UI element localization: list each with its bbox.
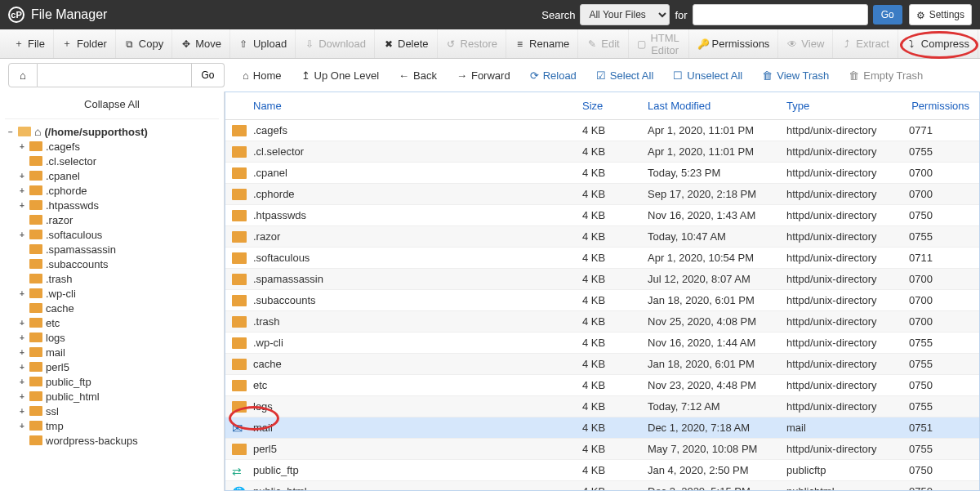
table-row[interactable]: .softaculous4 KBApr 1, 2020, 10:54 PMhtt…	[225, 248, 979, 269]
table-row[interactable]: .cl.selector4 KBApr 1, 2020, 11:01 PMhtt…	[225, 141, 979, 163]
table-row[interactable]: cache4 KBJan 18, 2020, 6:01 PMhttpd/unix…	[225, 354, 979, 375]
table-row[interactable]: .cpanel4 KBToday, 5:23 PMhttpd/unix-dire…	[225, 163, 979, 184]
sidebar-item[interactable]: +.htpasswds	[5, 198, 219, 212]
rename-button[interactable]: ≡Rename	[506, 29, 578, 58]
folder-icon	[232, 295, 247, 306]
sidebar-item[interactable]: +etc	[5, 315, 219, 330]
table-row[interactable]: .wp-cli4 KBNov 16, 2020, 1:44 AMhttpd/un…	[225, 333, 979, 354]
table-row[interactable]: perl54 KBMay 7, 2020, 10:08 PMhttpd/unix…	[225, 439, 979, 460]
folder-icon	[232, 401, 247, 413]
sidebar-item[interactable]: .razor	[5, 212, 219, 227]
search-scope-select[interactable]: All Your Files	[580, 4, 670, 25]
col-permissions[interactable]: Permissions	[902, 100, 979, 112]
home-icon: ⌂	[243, 69, 249, 82]
upload-icon: ⇧	[238, 38, 249, 50]
eye-icon: 👁	[786, 38, 797, 50]
edit-button[interactable]: ✎Edit	[578, 29, 628, 58]
html-editor-button[interactable]: ▢HTML Editor	[629, 29, 689, 58]
view-button[interactable]: 👁View	[778, 29, 833, 58]
sidebar-item[interactable]: +.wp-cli	[5, 286, 219, 301]
unselect-all-button[interactable]: ☐Unselect All	[663, 63, 752, 87]
rename-icon: ≡	[514, 38, 525, 50]
home-icon	[34, 125, 44, 138]
col-type[interactable]: Type	[780, 100, 902, 112]
for-label: for	[675, 9, 687, 21]
folder-icon	[29, 244, 42, 254]
compress-button[interactable]: ⤵Compress	[898, 29, 978, 58]
back-button[interactable]: ←Back	[389, 63, 447, 87]
table-row[interactable]: mail4 KBDec 1, 2020, 7:18 AMmail0751	[225, 417, 979, 439]
table-row[interactable]: logs4 KBToday, 7:12 AMhttpd/unix-directo…	[225, 396, 979, 417]
col-size[interactable]: Size	[576, 100, 641, 112]
path-go-button[interactable]: Go	[192, 63, 225, 87]
table-row[interactable]: .cagefs4 KBApr 1, 2020, 11:01 PMhttpd/un…	[225, 120, 979, 141]
delete-button[interactable]: ✖Delete	[375, 29, 438, 58]
table-row[interactable]: etc4 KBNov 23, 2020, 4:48 PMhttpd/unix-d…	[225, 375, 979, 396]
upload-button[interactable]: ⇧Upload	[230, 29, 296, 58]
folder-icon	[29, 406, 42, 416]
table-row[interactable]: .subaccounts4 KBJan 18, 2020, 6:01 PMhtt…	[225, 290, 979, 311]
table-row[interactable]: .trash4 KBNov 25, 2020, 4:08 PMhttpd/uni…	[225, 311, 979, 333]
table-row[interactable]: .cphorde4 KBSep 17, 2020, 2:18 PMhttpd/u…	[225, 184, 979, 205]
sidebar-item[interactable]: +mail	[5, 345, 219, 359]
sidebar-item[interactable]: +public_html	[5, 389, 219, 404]
view-trash-button[interactable]: 🗑View Trash	[752, 63, 839, 87]
header-bar: cP File Manager Search All Your Files fo…	[0, 0, 980, 29]
download-button[interactable]: ⇩Download	[296, 29, 375, 58]
path-input[interactable]	[38, 63, 192, 87]
sidebar-item[interactable]: +tmp	[5, 418, 219, 433]
folder-icon	[232, 210, 247, 221]
forward-button[interactable]: →Forward	[447, 63, 520, 87]
sidebar-item[interactable]: +.cphorde	[5, 183, 219, 198]
folder-icon	[29, 185, 42, 195]
up-one-button[interactable]: ↥Up One Level	[292, 63, 390, 87]
sidebar-item[interactable]: +.cpanel	[5, 168, 219, 183]
sidebar-item[interactable]: +public_ftp	[5, 374, 219, 389]
sidebar-item[interactable]: .spamassassin	[5, 242, 219, 257]
collapse-all-button[interactable]: Collapse All	[5, 92, 219, 119]
html-icon: ▢	[637, 38, 646, 50]
col-name[interactable]: Name	[225, 100, 576, 112]
sidebar-item[interactable]: +ssl	[5, 404, 219, 418]
extract-button[interactable]: ⤴Extract	[833, 29, 898, 58]
folder-icon	[232, 146, 247, 158]
copy-button[interactable]: ⧉Copy	[116, 29, 172, 58]
folder-icon	[29, 171, 42, 181]
trash-icon: 🗑	[849, 69, 859, 82]
sidebar-item[interactable]: .cl.selector	[5, 154, 219, 168]
sidebar-item[interactable]: .trash	[5, 271, 219, 286]
sidebar-item[interactable]: cache	[5, 301, 219, 315]
file-button[interactable]: ＋File	[5, 29, 54, 58]
table-row[interactable]: .razor4 KBToday, 10:47 AMhttpd/unix-dire…	[225, 226, 979, 248]
table-row[interactable]: public_ftp4 KBJan 4, 2020, 2:50 PMpublic…	[225, 460, 979, 481]
search-input[interactable]	[693, 4, 868, 25]
delete-icon: ✖	[383, 38, 394, 50]
table-row[interactable]: public_html4 KBDec 3, 2020, 5:15 PMpubli…	[225, 481, 979, 491]
restore-button[interactable]: ↺Restore	[438, 29, 507, 58]
empty-trash-button[interactable]: 🗑Empty Trash	[839, 63, 933, 87]
sidebar-item[interactable]: +perl5	[5, 359, 219, 374]
path-home-button[interactable]: ⌂	[8, 63, 38, 87]
sidebar-item[interactable]: +.cagefs	[5, 139, 219, 154]
grid-header: Name Size Last Modified Type Permissions	[225, 92, 979, 120]
select-all-button[interactable]: ☑Select All	[586, 63, 663, 87]
reload-button[interactable]: ⟳Reload	[520, 63, 586, 87]
settings-button[interactable]: Settings	[909, 4, 972, 25]
col-last-modified[interactable]: Last Modified	[641, 100, 780, 112]
move-icon: ✥	[180, 38, 191, 50]
sidebar-item[interactable]: +logs	[5, 330, 219, 345]
home-button[interactable]: ⌂Home	[233, 63, 292, 87]
action-bar: ⌂Home ↥Up One Level ←Back →Forward ⟳Relo…	[233, 63, 980, 87]
sidebar-item[interactable]: +.softaculous	[5, 227, 219, 242]
sidebar-item[interactable]: .subaccounts	[5, 257, 219, 271]
tree-root[interactable]: − (/home/supporthost)	[5, 124, 219, 139]
table-row[interactable]: .htpasswds4 KBNov 16, 2020, 1:43 AMhttpd…	[225, 205, 979, 226]
trash-icon: 🗑	[762, 69, 773, 82]
search-go-button[interactable]: Go	[873, 5, 902, 25]
move-button[interactable]: ✥Move	[172, 29, 230, 58]
table-row[interactable]: .spamassassin4 KBJul 12, 2020, 8:07 AMht…	[225, 269, 979, 290]
folder-icon	[29, 156, 42, 166]
sidebar-item[interactable]: wordpress-backups	[5, 433, 219, 448]
permissions-button[interactable]: 🔑Permissions	[689, 29, 779, 58]
folder-button[interactable]: ＋Folder	[54, 29, 116, 58]
